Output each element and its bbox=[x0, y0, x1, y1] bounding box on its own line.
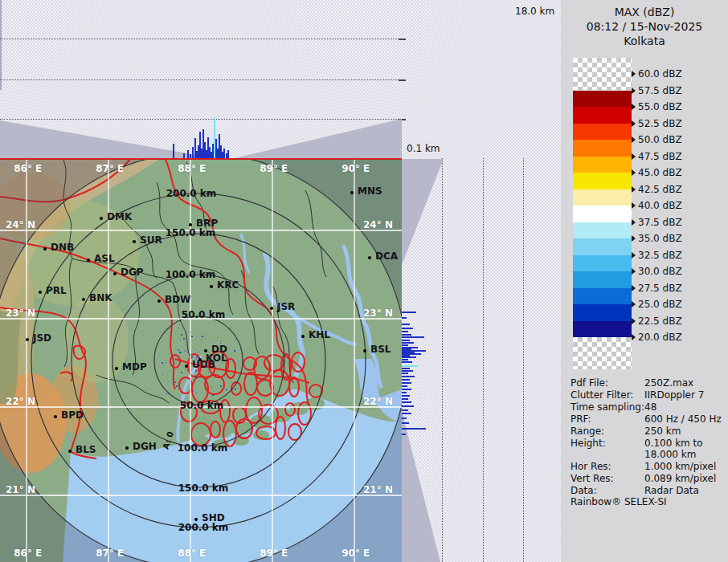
colorscale-tick: 20.0 dBZ bbox=[632, 332, 682, 343]
range-ring-label: 100.0 km bbox=[166, 270, 216, 279]
colorscale-value: 47.5 dBZ bbox=[638, 151, 682, 162]
height-gridline bbox=[0, 39, 405, 39]
colorscale-value: 57.5 dBZ bbox=[638, 85, 682, 96]
colorscale-band bbox=[573, 255, 632, 272]
range-ring-label: 200.0 km bbox=[178, 523, 229, 532]
tick-arrow-icon bbox=[632, 252, 636, 259]
colorscale-tick: 37.5 dBZ bbox=[632, 217, 682, 228]
echo-spike bbox=[227, 150, 229, 158]
software-footer: Rainbow® SELEX-SI bbox=[571, 496, 667, 507]
colorscale-tick: 27.5 dBZ bbox=[632, 283, 682, 294]
tick-arrow-icon bbox=[632, 169, 636, 176]
echo-spike bbox=[402, 368, 410, 369]
colorscale-tick: 35.0 dBZ bbox=[632, 233, 682, 244]
longitude-label: 89° E bbox=[260, 164, 288, 173]
colorscale-value: 50.0 dBZ bbox=[638, 134, 682, 145]
echo-spike bbox=[402, 392, 407, 393]
echo-speckle bbox=[220, 343, 221, 344]
info-label: Height: bbox=[571, 438, 606, 449]
echo-speckle bbox=[208, 373, 209, 373]
info-value: 250Z.max bbox=[644, 377, 693, 389]
echo-spike bbox=[192, 147, 194, 158]
info-label: Range: bbox=[571, 426, 604, 437]
city-label: MDP bbox=[122, 362, 147, 372]
city-label: DGP bbox=[121, 267, 144, 277]
echo-speckle bbox=[220, 385, 222, 387]
tick-arrow-icon bbox=[632, 202, 636, 209]
city-dot bbox=[185, 364, 188, 368]
echo-spike bbox=[402, 417, 407, 419]
city-label: PRL bbox=[46, 286, 67, 295]
tick-arrow-icon bbox=[632, 268, 636, 275]
colorscale-band bbox=[573, 321, 632, 338]
echo-spike bbox=[402, 324, 410, 325]
height-gridline bbox=[0, 119, 405, 120]
echo-spike bbox=[402, 376, 415, 377]
echo-spike bbox=[402, 413, 411, 414]
echo-speckle bbox=[226, 389, 227, 390]
echo-speckle bbox=[228, 357, 229, 358]
radar-map: 86° E86° E87° E87° E88° E88° E89° E89° E… bbox=[0, 158, 402, 562]
info-value: IIRDoppler 7 bbox=[644, 389, 704, 401]
height-gridline bbox=[442, 158, 443, 562]
colorscale-tick: 22.5 dBZ bbox=[632, 316, 682, 327]
colorscale-tick: 47.5 dBZ bbox=[632, 151, 682, 162]
city-label: DGH bbox=[133, 442, 157, 451]
colorscale-value: 40.0 dBZ bbox=[638, 200, 682, 211]
longitude-label: 90° E bbox=[342, 548, 370, 558]
echo-spike bbox=[223, 149, 225, 158]
latitude-label: 24° N bbox=[363, 220, 393, 230]
tick-arrow-icon bbox=[632, 71, 636, 77]
tick-arrow-icon bbox=[632, 219, 636, 226]
colorscale-band bbox=[573, 304, 632, 321]
echo-spike bbox=[402, 336, 424, 338]
longitude-label: 87° E bbox=[96, 164, 124, 173]
colorscale-band bbox=[573, 238, 632, 255]
city-dot bbox=[113, 272, 117, 275]
colorscale-value: 42.5 dBZ bbox=[638, 184, 682, 195]
colorscale-value: 27.5 dBZ bbox=[638, 283, 682, 294]
colorscale-band bbox=[573, 124, 632, 140]
colorscale-band bbox=[573, 91, 632, 108]
city-label: DCA bbox=[375, 251, 398, 261]
echo-spike bbox=[402, 401, 411, 403]
echo-speckle bbox=[212, 394, 214, 396]
city-label: JSD bbox=[33, 333, 51, 343]
echo-spike bbox=[173, 144, 174, 158]
echo-speckle bbox=[235, 340, 236, 340]
echo-spike bbox=[402, 342, 414, 344]
info-value: 18.000 km bbox=[644, 449, 696, 460]
echo-speckle bbox=[180, 340, 181, 340]
colorscale-value: 60.0 dBZ bbox=[638, 68, 682, 79]
info-value: 0.100 km to bbox=[644, 438, 703, 449]
latitude-label: 21° N bbox=[363, 485, 393, 495]
colorscale-value: 45.0 dBZ bbox=[638, 167, 682, 178]
echo-speckle bbox=[194, 365, 195, 366]
echo-speckle bbox=[214, 340, 215, 340]
map-top-border bbox=[0, 158, 402, 160]
info-label: Data: bbox=[571, 485, 597, 496]
city-label: KHL bbox=[309, 330, 330, 340]
echo-spike bbox=[402, 422, 409, 424]
echo-spike bbox=[187, 150, 189, 158]
info-value: 250 km bbox=[644, 426, 681, 437]
tick-arrow-icon bbox=[632, 334, 636, 340]
colorscale-value: 55.0 dBZ bbox=[638, 101, 682, 112]
latitude-label: 23° N bbox=[6, 308, 35, 318]
info-value: 0.089 km/pixel bbox=[644, 473, 716, 484]
info-label: Hor Res: bbox=[571, 461, 611, 472]
range-ring-label: 150.0 km bbox=[166, 228, 216, 238]
echo-speckle bbox=[166, 360, 167, 360]
height-gridline bbox=[523, 158, 524, 562]
longitude-label: 86° E bbox=[14, 548, 42, 558]
longitude-label: 90° E bbox=[342, 164, 370, 173]
echo-speckle bbox=[215, 367, 216, 368]
echo-spike bbox=[402, 409, 408, 411]
colorscale-tick: 50.0 dBZ bbox=[632, 134, 682, 145]
colorscale-band bbox=[573, 288, 632, 305]
city-label: JSR bbox=[277, 302, 295, 312]
tick-arrow-icon bbox=[632, 153, 636, 160]
city-dot bbox=[82, 298, 85, 301]
echo-speckle bbox=[191, 356, 193, 358]
echo-speckle bbox=[202, 339, 202, 340]
